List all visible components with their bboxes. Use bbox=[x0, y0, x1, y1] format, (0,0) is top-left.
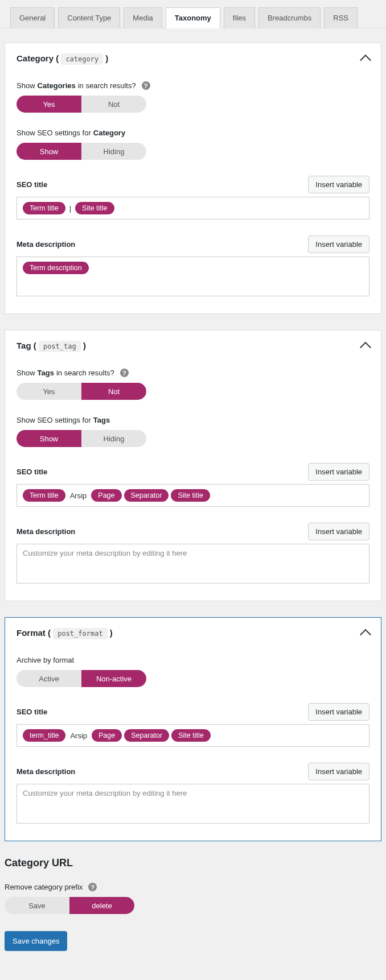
toggle-show[interactable]: Show bbox=[17, 143, 81, 160]
meta-placeholder: Customize your meta description by editi… bbox=[23, 549, 187, 557]
seo-title-input[interactable]: Term title Arsip Page Separator Site tit… bbox=[17, 484, 369, 507]
chevron-up-icon[interactable] bbox=[360, 628, 371, 640]
tab-rss[interactable]: RSS bbox=[324, 7, 358, 28]
panel-format: Format ( post_format ) Archive by format… bbox=[5, 617, 381, 841]
variable-separator[interactable]: Separator bbox=[124, 489, 169, 502]
variable-site-title[interactable]: Site title bbox=[171, 729, 210, 742]
tag-code: post_tag bbox=[39, 341, 81, 352]
help-icon[interactable]: ? bbox=[142, 81, 150, 90]
tab-files[interactable]: files bbox=[224, 7, 255, 28]
insert-variable-button[interactable]: Insert variable bbox=[308, 763, 369, 780]
insert-variable-button[interactable]: Insert variable bbox=[308, 463, 369, 481]
seo-title-input[interactable]: Term title | Site title bbox=[17, 197, 369, 220]
label-meta-description: Meta description bbox=[17, 767, 75, 776]
insert-variable-button[interactable]: Insert variable bbox=[308, 703, 369, 721]
variable-page[interactable]: Page bbox=[92, 729, 122, 742]
label-seo-title: SEO title bbox=[17, 468, 47, 476]
insert-variable-button[interactable]: Insert variable bbox=[308, 523, 369, 540]
tab-breadcrumbs[interactable]: Breadcrumbs bbox=[258, 7, 321, 28]
seo-title-input[interactable]: term_title Arsip Page Separator Site tit… bbox=[17, 724, 369, 747]
format-title: Format bbox=[17, 628, 46, 638]
toggle-show[interactable]: Show bbox=[17, 430, 81, 447]
tab-general[interactable]: General bbox=[10, 7, 55, 28]
toggle-nonactive[interactable]: Non-active bbox=[81, 670, 146, 687]
save-changes-button[interactable]: Save changes bbox=[5, 931, 67, 951]
label-meta-description: Meta description bbox=[17, 527, 75, 536]
toggle-active[interactable]: Active bbox=[17, 670, 81, 687]
category-code: category bbox=[61, 53, 103, 65]
chevron-up-icon[interactable] bbox=[360, 341, 371, 353]
meta-description-input[interactable]: Customize your meta description by editi… bbox=[17, 544, 369, 584]
panel-header-format[interactable]: Format ( post_format ) bbox=[5, 618, 381, 640]
variable-term-title[interactable]: Term title bbox=[23, 202, 65, 214]
tabs: General Content Type Media Taxonomy file… bbox=[0, 0, 386, 28]
text-arsip: Arsip bbox=[68, 731, 89, 740]
variable-site-title[interactable]: Site title bbox=[171, 489, 210, 502]
panel-header-tag[interactable]: Tag ( post_tag ) bbox=[5, 330, 381, 353]
meta-placeholder: Customize your meta description by editi… bbox=[23, 789, 187, 797]
variable-site-title[interactable]: Site title bbox=[75, 202, 114, 214]
label-seo-settings-category: Show SEO settings for Category bbox=[17, 129, 369, 137]
separator-text: | bbox=[68, 204, 73, 213]
label-seo-title: SEO title bbox=[17, 708, 47, 716]
toggle-save[interactable]: Save bbox=[5, 897, 69, 914]
variable-term-description[interactable]: Term description bbox=[23, 262, 89, 274]
help-icon[interactable]: ? bbox=[88, 883, 97, 891]
heading-category-url: Category URL bbox=[5, 857, 381, 869]
variable-separator[interactable]: Separator bbox=[124, 729, 169, 742]
chevron-up-icon[interactable] bbox=[360, 54, 371, 65]
tab-taxonomy[interactable]: Taxonomy bbox=[166, 7, 220, 28]
label-seo-settings-tags: Show SEO settings for Tags bbox=[17, 416, 369, 424]
panel-header-category[interactable]: Category ( category ) bbox=[5, 43, 381, 65]
meta-description-input[interactable]: Term description bbox=[17, 257, 369, 296]
variable-term-title[interactable]: term_title bbox=[23, 729, 65, 742]
label-seo-title: SEO title bbox=[17, 180, 47, 189]
toggle-archive-format: Active Non-active bbox=[17, 670, 146, 687]
variable-term-title[interactable]: Term title bbox=[23, 489, 65, 502]
toggle-category-seo: Show Hiding bbox=[17, 143, 146, 160]
toggle-yes[interactable]: Yes bbox=[17, 383, 81, 400]
label-show-tags: Show Tags in search results? ? bbox=[17, 369, 369, 377]
panel-category: Category ( category ) Show Categories in… bbox=[5, 43, 381, 314]
help-icon[interactable]: ? bbox=[120, 369, 129, 377]
panel-tag: Tag ( post_tag ) Show Tags in search res… bbox=[5, 330, 381, 601]
label-archive-format: Archive by format bbox=[17, 656, 369, 664]
toggle-delete[interactable]: delete bbox=[69, 897, 134, 914]
format-code: post_format bbox=[53, 628, 107, 639]
meta-description-input[interactable]: Customize your meta description by editi… bbox=[17, 784, 369, 824]
insert-variable-button[interactable]: Insert variable bbox=[308, 176, 369, 193]
toggle-hiding[interactable]: Hiding bbox=[81, 143, 146, 160]
toggle-yes[interactable]: Yes bbox=[17, 96, 81, 113]
label-meta-description: Meta description bbox=[17, 240, 75, 249]
toggle-not[interactable]: Not bbox=[81, 383, 146, 400]
toggle-hiding[interactable]: Hiding bbox=[81, 430, 146, 447]
insert-variable-button[interactable]: Insert variable bbox=[308, 235, 369, 253]
toggle-tags-seo: Show Hiding bbox=[17, 430, 146, 447]
tab-content-type[interactable]: Content Type bbox=[58, 7, 120, 28]
toggle-remove-prefix: Save delete bbox=[5, 897, 134, 914]
toggle-tags-search: Yes Not bbox=[17, 383, 146, 400]
variable-page[interactable]: Page bbox=[91, 489, 121, 502]
section-category-url: Category URL Remove category prefix ? Sa… bbox=[5, 857, 381, 951]
label-show-categories: Show Categories in search results? ? bbox=[17, 81, 369, 90]
label-remove-category-prefix: Remove category prefix ? bbox=[5, 883, 381, 891]
tab-media[interactable]: Media bbox=[124, 7, 162, 28]
text-arsip: Arsip bbox=[68, 491, 89, 500]
tag-title: Tag bbox=[17, 341, 31, 350]
toggle-categories-search: Yes Not bbox=[17, 96, 146, 113]
toggle-not[interactable]: Not bbox=[81, 96, 146, 113]
category-title: Category bbox=[17, 53, 54, 63]
